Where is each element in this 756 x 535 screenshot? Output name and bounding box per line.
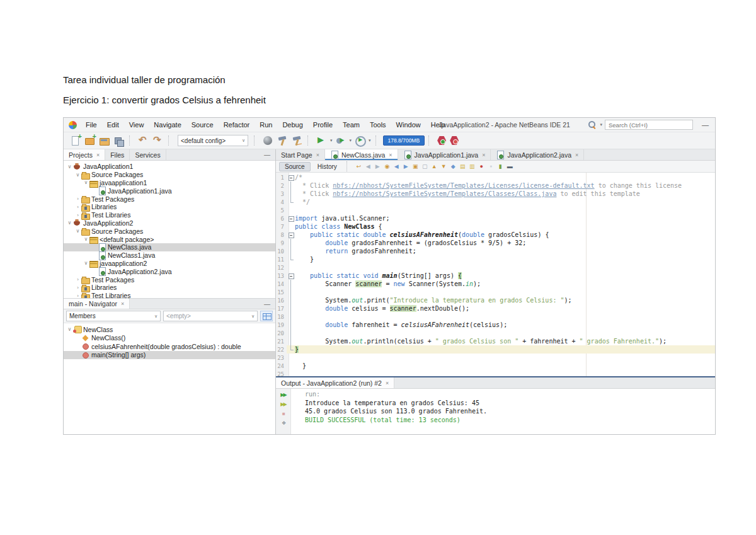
tree-item-javaapplication1-java[interactable]: JavaApplication1.java (64, 187, 275, 195)
filter-select[interactable]: <empty> ∨ (163, 311, 258, 321)
navigator-tab[interactable]: main - Navigator × (64, 299, 130, 309)
gc-profiler-alt-icon[interactable] (450, 136, 459, 145)
menu-profile[interactable]: Profile (308, 121, 338, 129)
profile-icon[interactable] (353, 134, 367, 147)
collapsed-icon[interactable]: › (74, 277, 81, 282)
last-edited-icon[interactable]: ↩ (354, 163, 364, 170)
minimize-panel-icon[interactable]: — (259, 149, 275, 160)
menu-run[interactable]: Run (255, 121, 277, 129)
tree-item-newclass[interactable]: NewClass() (64, 334, 275, 343)
redo-icon[interactable] (151, 134, 164, 147)
tree-item-javaapplication1[interactable]: ∨JavaApplication1 (64, 163, 275, 171)
tree-item-default-package[interactable]: ∨<default package> (64, 235, 275, 243)
open-project-icon[interactable] (98, 134, 111, 147)
code-line-14[interactable]: 14 Scanner scanner = new Scanner(System.… (276, 280, 715, 288)
fold-s-icon[interactable] (287, 231, 295, 239)
menu-file[interactable]: File (81, 121, 102, 129)
code-line-20[interactable]: 20 (276, 329, 715, 337)
build-icon[interactable] (276, 134, 289, 147)
start-macro-icon[interactable]: ▮ (496, 163, 505, 170)
deploy-icon[interactable] (261, 134, 275, 147)
output-console[interactable]: run:Introduce la temperatura en grados C… (291, 389, 487, 434)
tree-item-newclass[interactable]: ∨NewClass (64, 325, 275, 334)
tree-item-newclass1-java[interactable]: NewClass1.java (64, 251, 275, 260)
tree-item-newclass-java[interactable]: NewClass.java (64, 243, 275, 251)
menu-debug[interactable]: Debug (277, 121, 307, 129)
code-line-17[interactable]: 17 double celsius = scanner.nextDouble()… (276, 304, 715, 313)
code-editor[interactable]: 1/*2 * Click nbfs://nbhost/SystemFileSys… (276, 173, 715, 376)
clean-build-icon[interactable] (290, 134, 304, 147)
code-line-6[interactable]: 6import java.util.Scanner; (276, 214, 715, 222)
code-line-8[interactable]: 8 public static double celsiusAFahrenhei… (276, 231, 715, 239)
previous-bookmark-icon[interactable]: ▲ (430, 163, 439, 170)
tree-item-javaapplication1[interactable]: ∨javaapplication1 (64, 179, 275, 187)
new-file-icon[interactable] (69, 134, 82, 147)
editor-tab-javaapplication1-java[interactable]: JavaApplication1.java× (398, 149, 491, 160)
code-line-19[interactable]: 19 double fahrenheit = celsiusAFahrenhei… (276, 321, 715, 329)
code-line-12[interactable]: 12 (276, 263, 715, 272)
search-input[interactable] (605, 120, 693, 130)
fold-s-icon[interactable] (287, 214, 295, 222)
next-bookmark-icon[interactable]: ▼ (439, 163, 449, 170)
tree-item-test-packages[interactable]: ›Test Packages (64, 275, 275, 284)
undo-icon[interactable] (137, 134, 150, 147)
code-line-2[interactable]: 2 * Click nbfs://nbhost/SystemFileSystem… (276, 181, 715, 190)
tab-projects[interactable]: Projects× (64, 149, 105, 160)
tree-item-libraries[interactable]: ›Libraries (64, 284, 275, 292)
menu-navigate[interactable]: Navigate (149, 121, 186, 129)
stop-icon[interactable]: ■ (278, 410, 289, 418)
menu-edit[interactable]: Edit (102, 121, 124, 129)
navigator-tree[interactable]: ∨NewClassNewClass()celsiusAFahrenheit(do… (64, 323, 275, 362)
ant-settings-icon[interactable]: ❖ (278, 419, 289, 427)
expanded-icon[interactable]: ∨ (83, 236, 89, 242)
members-select[interactable]: Members ∨ (66, 311, 161, 321)
menu-tools[interactable]: Tools (365, 121, 391, 129)
gc-profiler-icon[interactable] (437, 136, 446, 145)
tree-item-test-libraries[interactable]: ›Test Libraries (64, 211, 275, 219)
close-icon[interactable]: × (482, 152, 485, 158)
run-icon[interactable] (315, 134, 328, 147)
code-line-13[interactable]: 13 public static void main(String[] args… (276, 272, 715, 280)
editor-tab-start-page[interactable]: Start Page× (276, 149, 325, 160)
editor-tab-newclass-java[interactable]: NewClass.java× (325, 149, 398, 160)
memory-indicator[interactable]: 178.8/700MB (383, 135, 425, 146)
tree-item-libraries[interactable]: ›Libraries (64, 203, 275, 211)
comment-icon[interactable]: ▤ (458, 163, 467, 170)
forward-icon[interactable]: ▶ (373, 163, 382, 170)
expanded-icon[interactable]: ∨ (83, 260, 89, 266)
expanded-icon[interactable]: ∨ (74, 172, 81, 178)
minimize-panel-icon[interactable]: — (259, 299, 275, 309)
tree-item-source-packages[interactable]: ∨Source Packages (64, 171, 275, 179)
uncomment-icon[interactable]: ▥ (467, 163, 477, 170)
code-line-23[interactable]: 23 (276, 354, 715, 362)
view-history[interactable]: History (312, 162, 343, 171)
rerun-icon[interactable]: ▶▶ (278, 391, 289, 399)
toggle-breakpoint-icon[interactable]: ● (477, 163, 486, 170)
code-line-3[interactable]: 3 * Click nbfs://nbhost/SystemFileSystem… (276, 190, 715, 198)
new-project-icon[interactable] (83, 134, 96, 147)
code-line-11[interactable]: 11 } (276, 255, 715, 263)
fold-s-icon[interactable] (287, 173, 295, 181)
projects-tree[interactable]: ∨JavaApplication1∨Source Packages∨javaap… (64, 161, 275, 298)
run-to-cursor-icon[interactable]: ▫ (486, 163, 496, 170)
menu-team[interactable]: Team (338, 121, 365, 129)
minimize-window-icon[interactable]: — (702, 121, 710, 129)
collapsed-icon[interactable]: › (74, 293, 81, 298)
toggle-highlight-icon[interactable]: ▣ (411, 163, 420, 170)
find-next-icon[interactable]: ▶ (401, 163, 411, 170)
expanded-icon[interactable]: ∨ (66, 220, 73, 226)
expanded-icon[interactable]: ∨ (83, 180, 89, 185)
close-icon[interactable]: × (316, 152, 319, 158)
toggle-bookmark-icon[interactable]: ◆ (449, 163, 458, 170)
code-line-25[interactable]: 25 (276, 370, 715, 376)
tree-item-javaapplication2-java[interactable]: JavaApplication2.java (64, 267, 275, 275)
output-tab[interactable]: Output - JavaApplication2 (run) #2 × (276, 377, 394, 388)
view-source[interactable]: Source (279, 162, 311, 171)
find-selection-icon[interactable]: ◉ (382, 163, 392, 170)
search-icon[interactable] (588, 120, 597, 129)
expanded-icon[interactable]: ∨ (66, 326, 73, 332)
code-line-9[interactable]: 9 double gradosFahrenheit = (gradosCelsi… (276, 239, 715, 247)
collapsed-icon[interactable]: › (74, 204, 81, 210)
collapsed-icon[interactable]: › (74, 196, 81, 202)
tree-item-celsiusafahrenheit-double-gradoscelsius-double[interactable]: celsiusAFahrenheit(double gradosCelsius)… (64, 342, 275, 351)
